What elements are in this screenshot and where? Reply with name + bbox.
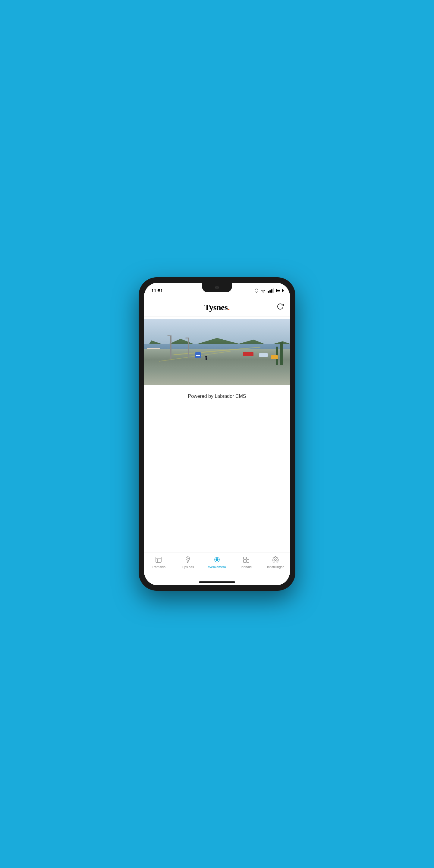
car-2 (271, 355, 278, 359)
front-camera (215, 286, 219, 289)
road-sign (195, 352, 201, 358)
status-bar: 11:51 (144, 283, 290, 299)
status-icons (254, 288, 283, 293)
nav-item-innstillingar[interactable]: Innstillingar (261, 555, 290, 569)
app-logo: Tysnes. (204, 303, 230, 312)
tips-icon (184, 555, 192, 564)
notch (202, 283, 232, 292)
webkamera-icon (213, 555, 221, 564)
svg-point-11 (275, 559, 276, 561)
app-header: Tysnes. (144, 299, 290, 316)
svg-rect-7 (244, 557, 246, 559)
svg-point-3 (187, 558, 188, 559)
framsida-label: Framsida (152, 565, 165, 569)
innstillingar-icon (271, 555, 280, 564)
battery-fill (277, 290, 280, 291)
refresh-icon (277, 303, 284, 310)
svg-point-6 (217, 559, 217, 560)
webcam-image (144, 319, 290, 385)
signal-icon (268, 288, 274, 293)
main-content: Powered by Labrador CMS (144, 316, 290, 552)
nav-item-tips-oss[interactable]: Tips oss (173, 555, 203, 569)
framsida-icon (154, 555, 163, 564)
logo-dot: . (227, 303, 230, 312)
innhald-icon (242, 555, 250, 564)
svg-rect-8 (247, 557, 249, 559)
svg-rect-10 (247, 560, 249, 562)
streetlight-1 (170, 336, 172, 359)
car-3 (243, 352, 253, 356)
tips-oss-label: Tips oss (182, 565, 194, 569)
pedestrian (205, 356, 207, 360)
bottom-nav: Framsida Tips oss (144, 552, 290, 579)
webkamera-label: Webkamera (208, 565, 226, 569)
car-1 (259, 353, 268, 357)
innstillingar-label: Innstillingar (267, 565, 284, 569)
nav-item-webkamera[interactable]: Webkamera (203, 555, 232, 569)
wifi-icon (260, 288, 266, 293)
svg-rect-0 (156, 557, 161, 562)
refresh-button[interactable] (277, 303, 284, 312)
innhald-label: Innhald (241, 565, 252, 569)
phone-device: 11:51 (138, 277, 296, 591)
nav-item-framsida[interactable]: Framsida (144, 555, 173, 569)
home-indicator (144, 579, 290, 585)
logo-text: Tysnes (204, 303, 227, 312)
home-bar (199, 581, 235, 583)
svg-rect-9 (244, 560, 246, 562)
nav-item-innhald[interactable]: Innhald (231, 555, 261, 569)
status-time: 11:51 (151, 288, 163, 293)
shield-icon (254, 288, 258, 293)
streetlight-2 (188, 338, 189, 358)
phone-screen: 11:51 (144, 283, 290, 585)
battery-icon (276, 289, 283, 292)
powered-by: Powered by Labrador CMS (144, 388, 290, 405)
